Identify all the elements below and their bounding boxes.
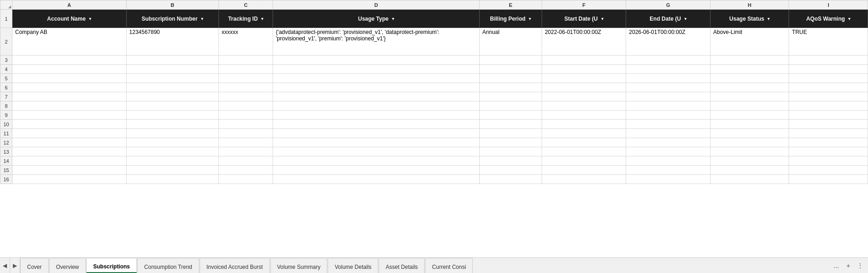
header-end-date[interactable]: End Date (U ▾ <box>626 10 710 28</box>
tab-more-button[interactable]: ... <box>831 261 841 271</box>
table-row: 14 <box>0 156 868 166</box>
cell-e2[interactable]: Annual <box>479 28 542 56</box>
table-row: 9 <box>0 111 868 120</box>
table-row: 15 <box>0 166 868 175</box>
tab-bar: ◀ ▶ Cover Overview Subscriptions Consump… <box>0 257 868 273</box>
table-row: 7 <box>0 92 868 101</box>
table-row: 3 <box>0 56 868 65</box>
header-tracking-id[interactable]: Tracking ID ▾ <box>218 10 273 28</box>
filter-icon-e[interactable]: ▾ <box>529 17 531 21</box>
tab-label-consumption-trend: Consumption Trend <box>144 264 192 270</box>
tab-menu-button[interactable]: ⋮ <box>855 261 865 271</box>
table-row: 2 Company AB 1234567890 xxxxxx {'advdata… <box>0 28 868 56</box>
col-letter-f[interactable]: F <box>542 0 626 10</box>
cell-g2[interactable]: 2026-06-01T00:00:00Z <box>626 28 710 56</box>
tab-subscriptions[interactable]: Subscriptions <box>86 258 137 273</box>
col-letter-e[interactable]: E <box>479 0 542 10</box>
tab-overview[interactable]: Overview <box>49 258 86 273</box>
cell-f3[interactable] <box>542 56 626 65</box>
col-letter-c[interactable]: C <box>218 0 273 10</box>
cell-d2[interactable]: {'advdataprotect-premium': 'provisioned_… <box>273 28 480 56</box>
tab-add-button[interactable]: + <box>843 261 853 271</box>
tab-label-cover: Cover <box>27 264 42 270</box>
col-letter-i[interactable]: I <box>789 0 868 10</box>
tab-consumption-trend[interactable]: Consumption Trend <box>137 258 199 273</box>
cell-h2[interactable]: Above-Limit <box>710 28 789 56</box>
table-row: 12 <box>0 138 868 147</box>
tab-volume-summary[interactable]: Volume Summary <box>270 258 328 273</box>
table-row: 11 <box>0 129 868 138</box>
tab-actions: ... + ⋮ <box>829 258 868 273</box>
tab-volume-details[interactable]: Volume Details <box>328 258 378 273</box>
filter-icon-h[interactable]: ▾ <box>767 17 770 21</box>
cell-h3[interactable] <box>710 56 789 65</box>
tab-invoiced-accrued-burst[interactable]: Invoiced Accrued Burst <box>200 258 270 273</box>
table-row: 6 <box>0 83 868 92</box>
table-row: 16 <box>0 175 868 184</box>
tab-label-current-consi: Current Consi <box>432 264 466 270</box>
cell-i2[interactable]: TRUE <box>789 28 868 56</box>
header-account-name[interactable]: Account Name ▾ <box>12 10 127 28</box>
filter-icon-f[interactable]: ▾ <box>601 17 604 21</box>
table-row: 10 <box>0 120 868 129</box>
header-billing-period[interactable]: Billing Period ▾ <box>479 10 542 28</box>
column-letters-row: A B C D E F G H I <box>0 0 868 10</box>
col-letter-g[interactable]: G <box>626 0 710 10</box>
col-letter-h[interactable]: H <box>710 0 789 10</box>
row-num-2: 2 <box>0 28 12 56</box>
cell-c3[interactable] <box>218 56 273 65</box>
table-row: 5 <box>0 74 868 83</box>
tab-current-consi[interactable]: Current Consi <box>425 258 473 273</box>
row-num-1: 1 <box>0 10 12 28</box>
header-start-date[interactable]: Start Date (U ▾ <box>542 10 626 28</box>
select-all-cell[interactable] <box>0 0 12 10</box>
tab-cover[interactable]: Cover <box>20 258 49 273</box>
spreadsheet-grid: A B C D E F G H I 1 Account Name ▾ <box>0 0 868 184</box>
table-row: 8 <box>0 101 868 111</box>
col-letter-a[interactable]: A <box>12 0 127 10</box>
filter-icon-a[interactable]: ▾ <box>89 17 91 21</box>
tab-label-overview: Overview <box>56 264 79 270</box>
grid-wrapper: A B C D E F G H I 1 Account Name ▾ <box>0 0 868 257</box>
spreadsheet-container: A B C D E F G H I 1 Account Name ▾ <box>0 0 868 273</box>
tab-next-button[interactable]: ▶ <box>10 258 20 273</box>
col-letter-d[interactable]: D <box>273 0 480 10</box>
tab-label-subscriptions: Subscriptions <box>93 263 130 270</box>
cell-c2[interactable]: xxxxxx <box>218 28 273 56</box>
header-usage-status[interactable]: Usage Status ▾ <box>710 10 789 28</box>
tab-asset-details[interactable]: Asset Details <box>379 258 425 273</box>
tab-label-volume-summary: Volume Summary <box>277 264 321 270</box>
cell-b3[interactable] <box>126 56 218 65</box>
cell-f2[interactable]: 2022-06-01T00:00:00Z <box>542 28 626 56</box>
table-row: 13 <box>0 147 868 156</box>
tab-label-asset-details: Asset Details <box>386 264 418 270</box>
cell-i3[interactable] <box>789 56 868 65</box>
filter-icon-g[interactable]: ▾ <box>684 17 687 21</box>
tab-prev-button[interactable]: ◀ <box>0 258 10 273</box>
filter-icon-d[interactable]: ▾ <box>392 17 394 21</box>
header-aqos-warning[interactable]: AQoS Warning ▾ <box>789 10 868 28</box>
tabs-list: Cover Overview Subscriptions Consumption… <box>20 258 829 273</box>
cell-e3[interactable] <box>479 56 542 65</box>
cell-b2[interactable]: 1234567890 <box>126 28 218 56</box>
tab-label-invoiced-accrued-burst: Invoiced Accrued Burst <box>207 264 263 270</box>
cell-a3[interactable] <box>12 56 127 65</box>
filter-icon-i[interactable]: ▾ <box>848 17 851 21</box>
cell-a2[interactable]: Company AB <box>12 28 127 56</box>
col-letter-b[interactable]: B <box>126 0 218 10</box>
data-header-row: 1 Account Name ▾ Subscription Number ▾ T… <box>0 10 868 28</box>
filter-icon-b[interactable]: ▾ <box>201 17 203 21</box>
cell-d3[interactable] <box>273 56 480 65</box>
header-subscription-number[interactable]: Subscription Number ▾ <box>126 10 218 28</box>
table-row: 4 <box>0 65 868 74</box>
cell-g3[interactable] <box>626 56 710 65</box>
row-num-3: 3 <box>0 56 12 65</box>
tab-label-volume-details: Volume Details <box>335 264 371 270</box>
header-usage-type[interactable]: Usage Type ▾ <box>273 10 480 28</box>
filter-icon-c[interactable]: ▾ <box>261 17 263 21</box>
